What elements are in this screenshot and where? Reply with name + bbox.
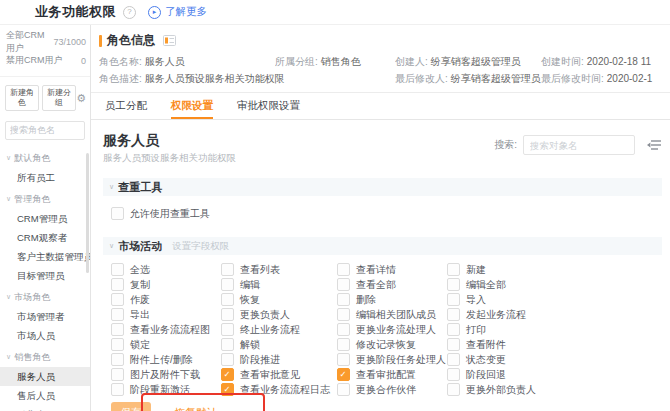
checkbox-icon[interactable] bbox=[337, 308, 350, 321]
sidebar-item-role[interactable]: 所有员工 bbox=[0, 168, 90, 187]
sidebar-item-role[interactable]: 目标管理员 bbox=[0, 266, 90, 285]
perm-checkbox-item[interactable]: 编辑全部 bbox=[447, 278, 662, 292]
perm-checkbox-item[interactable]: 查看审批意见 bbox=[221, 368, 337, 382]
object-search-input[interactable] bbox=[523, 135, 635, 155]
sidebar-item-role[interactable]: CRM观察者 bbox=[0, 228, 90, 247]
perm-checkbox-item[interactable]: 修改记录恢复 bbox=[337, 338, 447, 352]
help-icon[interactable] bbox=[123, 6, 136, 19]
perm-checkbox-item[interactable]: 删除 bbox=[337, 293, 447, 307]
perm-checkbox-item[interactable]: 导出 bbox=[111, 308, 221, 322]
checkbox-icon[interactable] bbox=[447, 338, 460, 351]
perm-checkbox-item[interactable]: 解锁 bbox=[221, 338, 337, 352]
sidebar-item-role[interactable]: 市场人员 bbox=[0, 326, 90, 345]
perm-checkbox-item[interactable]: 查看详情 bbox=[337, 263, 447, 277]
perm-checkbox-item[interactable]: 导入 bbox=[447, 293, 662, 307]
perm-checkbox-item[interactable]: 更换外部负责人 bbox=[447, 383, 662, 397]
checkbox-icon[interactable] bbox=[111, 323, 124, 336]
perm-checkbox-item[interactable]: 全选 bbox=[111, 263, 221, 277]
checkbox-icon[interactable] bbox=[337, 293, 350, 306]
perm-checkbox-item[interactable]: 复制 bbox=[111, 278, 221, 292]
sidebar-item-role[interactable]: 市场管理者 bbox=[0, 307, 90, 326]
perm-checkbox-item[interactable]: 查看全部 bbox=[337, 278, 447, 292]
checkbox-icon[interactable] bbox=[337, 383, 350, 396]
sidebar-item-role[interactable]: 客户主数据管理员 bbox=[0, 247, 90, 266]
checkbox-icon[interactable] bbox=[111, 338, 124, 351]
tab-permission-settings[interactable]: 权限设置 bbox=[171, 93, 213, 119]
checkbox-icon[interactable] bbox=[111, 207, 124, 220]
play-video-icon[interactable] bbox=[148, 6, 161, 19]
checkbox-icon[interactable] bbox=[337, 278, 350, 291]
new-group-button[interactable]: 新建分组 bbox=[42, 85, 76, 111]
checkbox-icon[interactable] bbox=[337, 338, 350, 351]
perm-checkbox-item[interactable]: 图片及附件下载 bbox=[111, 368, 221, 382]
perm-checkbox-item[interactable]: 作废 bbox=[111, 293, 221, 307]
checkbox-icon[interactable] bbox=[111, 278, 124, 291]
checkbox-icon[interactable] bbox=[221, 353, 234, 366]
perm-checkbox-item[interactable]: 阶段重新激活 bbox=[111, 383, 221, 397]
checkbox-icon[interactable] bbox=[111, 368, 124, 381]
checkbox-icon[interactable] bbox=[111, 293, 124, 306]
section-market-activity[interactable]: 市场活动 设置字段权限 bbox=[103, 237, 662, 255]
perm-checkbox-item[interactable]: 编辑相关团队成员 bbox=[337, 308, 447, 322]
checkbox-icon[interactable] bbox=[111, 263, 124, 276]
perm-checkbox-item[interactable]: 终止业务流程 bbox=[221, 323, 337, 337]
checkbox-icon[interactable] bbox=[111, 353, 124, 366]
perm-checkbox-item[interactable]: 附件上传/删除 bbox=[111, 353, 221, 367]
role-group-header[interactable]: 市场角色 bbox=[0, 288, 90, 307]
sidebar-item-role[interactable]: CRM管理员 bbox=[0, 209, 90, 228]
new-role-button[interactable]: 新建角色 bbox=[5, 85, 39, 111]
learn-more-link[interactable]: 了解更多 bbox=[165, 5, 207, 19]
checkbox-icon[interactable] bbox=[447, 278, 460, 291]
perm-checkbox-item[interactable]: 打印 bbox=[447, 323, 662, 337]
sidebar-item-role[interactable]: 销售人员 bbox=[0, 405, 90, 411]
perm-checkbox-item[interactable]: 状态变更 bbox=[447, 353, 662, 367]
set-field-permission-link[interactable]: 设置字段权限 bbox=[172, 240, 229, 253]
sidebar-scrollbar[interactable] bbox=[86, 153, 89, 273]
checkbox-icon[interactable] bbox=[447, 263, 460, 276]
checkbox-icon[interactable] bbox=[221, 323, 234, 336]
perm-checkbox-item[interactable]: 查看审批配置 bbox=[337, 368, 447, 382]
tab-approval-permission-settings[interactable]: 审批权限设置 bbox=[237, 93, 300, 119]
role-group-header[interactable]: 默认角色 bbox=[0, 149, 90, 168]
restore-default-button[interactable]: 恢复默认 bbox=[175, 406, 217, 411]
section-dedupe-tool[interactable]: 查重工具 bbox=[103, 178, 662, 196]
gear-icon[interactable] bbox=[76, 93, 86, 104]
perm-checkbox-item[interactable]: 编辑 bbox=[221, 278, 337, 292]
checkbox-icon[interactable] bbox=[221, 293, 234, 306]
checkbox-icon[interactable] bbox=[221, 263, 234, 276]
checkbox-icon[interactable] bbox=[111, 383, 124, 396]
perm-checkbox-item[interactable]: 更换阶段任务处理人 bbox=[337, 353, 447, 367]
perm-checkbox-item[interactable]: 查看业务流流程图 bbox=[111, 323, 221, 337]
perm-checkbox-item[interactable]: 更换业务流处理人 bbox=[337, 323, 447, 337]
checkbox-icon[interactable] bbox=[221, 383, 234, 396]
checkbox-icon[interactable] bbox=[221, 308, 234, 321]
sidebar-item-role[interactable]: 售后人员 bbox=[0, 386, 90, 405]
checkbox-icon[interactable] bbox=[221, 368, 234, 381]
checkbox-icon[interactable] bbox=[221, 338, 234, 351]
checkbox-icon[interactable] bbox=[337, 353, 350, 366]
perm-checkbox-item[interactable]: 发起业务流程 bbox=[447, 308, 662, 322]
perm-checkbox-item[interactable]: 允许使用查重工具 bbox=[111, 207, 210, 221]
role-group-header[interactable]: 销售角色 bbox=[0, 348, 90, 367]
perm-checkbox-item[interactable]: 锁定 bbox=[111, 338, 221, 352]
perm-checkbox-item[interactable]: 阶段回退 bbox=[447, 368, 662, 382]
checkbox-icon[interactable] bbox=[447, 383, 460, 396]
checkbox-icon[interactable] bbox=[111, 308, 124, 321]
perm-checkbox-item[interactable]: 恢复 bbox=[221, 293, 337, 307]
perm-checkbox-item[interactable]: 查看列表 bbox=[221, 263, 337, 277]
checkbox-icon[interactable] bbox=[447, 323, 460, 336]
checkbox-icon[interactable] bbox=[447, 293, 460, 306]
perm-checkbox-item[interactable]: 更换合作伙伴 bbox=[337, 383, 447, 397]
role-search-input[interactable] bbox=[5, 121, 85, 140]
perm-checkbox-item[interactable]: 更换负责人 bbox=[221, 308, 337, 322]
role-detail-toggle-icon[interactable] bbox=[163, 35, 176, 46]
perm-checkbox-item[interactable]: 查看附件 bbox=[447, 338, 662, 352]
sidebar-item-role-selected[interactable]: 服务人员 bbox=[0, 367, 90, 386]
checkbox-icon[interactable] bbox=[337, 263, 350, 276]
perm-checkbox-item[interactable]: 新建 bbox=[447, 263, 662, 277]
checkbox-icon[interactable] bbox=[221, 278, 234, 291]
role-group-header[interactable]: 管理角色 bbox=[0, 190, 90, 209]
filter-collapse-icon[interactable] bbox=[647, 139, 662, 151]
checkbox-icon[interactable] bbox=[447, 368, 460, 381]
checkbox-icon[interactable] bbox=[337, 323, 350, 336]
